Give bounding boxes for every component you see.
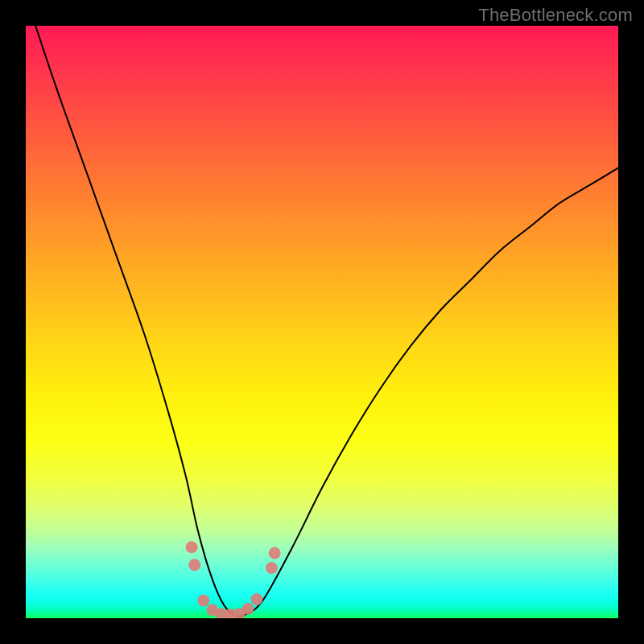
- watermark-text: TheBottleneck.com: [478, 5, 633, 26]
- svg-point-8: [251, 593, 263, 605]
- svg-point-10: [269, 547, 281, 559]
- chart-frame: TheBottleneck.com: [0, 0, 644, 644]
- svg-point-7: [242, 603, 254, 615]
- svg-point-1: [188, 559, 200, 571]
- svg-point-0: [186, 541, 198, 553]
- svg-point-2: [197, 594, 209, 606]
- plot-area: [26, 26, 618, 618]
- svg-point-9: [266, 562, 278, 574]
- highlight-dots: [186, 541, 281, 618]
- curve-line: [26, 26, 618, 617]
- chart-svg: [26, 26, 618, 618]
